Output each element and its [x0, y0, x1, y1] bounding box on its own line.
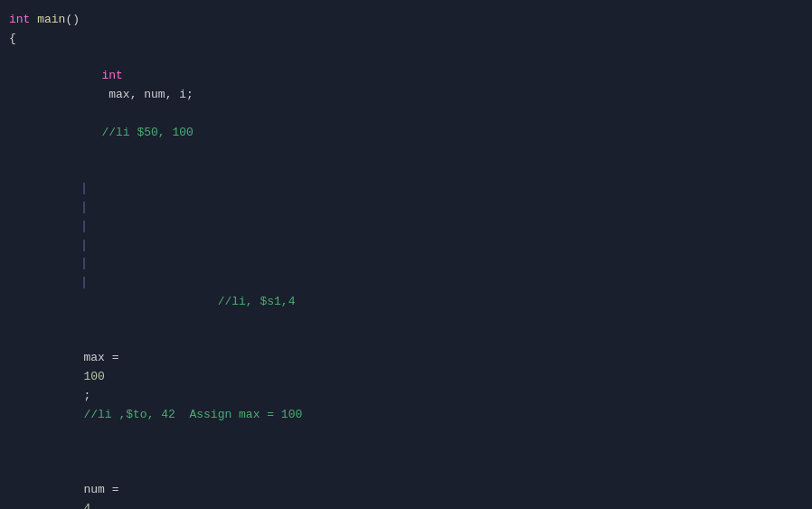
line-4: //li, $s1,4 — [9, 161, 812, 330]
line-5: max = 100 ; //li ,$to, 42 Assign max = 1… — [9, 331, 812, 444]
line-1: int main () — [9, 11, 812, 30]
line-6 — [9, 443, 812, 462]
code-editor: int main () { int max, num, i; //li $50,… — [0, 0, 812, 509]
line-7: num = 4 ; //li, $to, 2 Assign num = 4 — [9, 462, 812, 509]
line-3: int max, num, i; //li $50, 100 — [9, 49, 812, 162]
line-2: { — [9, 30, 812, 49]
code-content: int main () { int max, num, i; //li $50,… — [0, 11, 812, 509]
function-main: main — [37, 11, 65, 30]
keyword-int: int — [9, 11, 30, 30]
